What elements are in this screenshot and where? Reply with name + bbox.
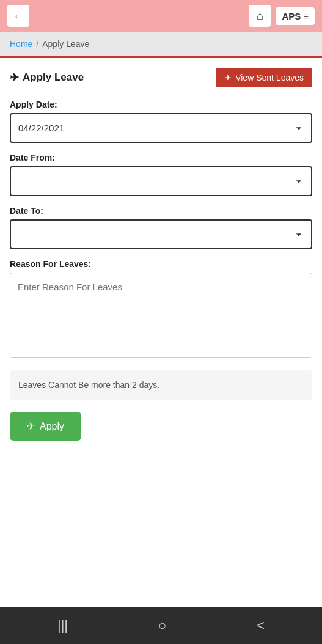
aps-menu-button[interactable]: APS ≡	[276, 7, 315, 25]
date-to-label: Date To:	[10, 206, 312, 216]
apply-date-label: Apply Date:	[10, 100, 312, 109]
breadcrumb-current: Apply Leave	[42, 39, 89, 49]
main-content: ✈ Apply Leave ✈ View Sent Leaves Apply D…	[0, 58, 322, 529]
view-sent-icon: ✈	[224, 73, 232, 82]
breadcrumb: Home / Apply Leave	[0, 32, 322, 56]
apply-date-select[interactable]: 04/22/2021	[10, 113, 312, 143]
page-title-text: Apply Leave	[23, 71, 84, 84]
date-to-select[interactable]	[10, 219, 312, 249]
apply-button[interactable]: ✈ Apply	[10, 412, 81, 441]
home-icon: ⌂	[257, 10, 263, 23]
page-header: ✈ Apply Leave ✈ View Sent Leaves	[10, 68, 312, 87]
reason-textarea[interactable]	[10, 273, 312, 358]
back-button[interactable]: ←	[7, 5, 29, 27]
bottom-nav-menu[interactable]: |||	[57, 618, 68, 634]
menu-icon: ≡	[303, 11, 309, 21]
breadcrumb-separator: /	[36, 39, 38, 49]
navbar-right: ⌂ APS ≡	[249, 5, 315, 27]
content-spacer	[0, 529, 322, 608]
date-to-group: Date To:	[10, 206, 312, 249]
apply-date-group: Apply Date: 04/22/2021	[10, 100, 312, 143]
info-box: Leaves Cannot Be more than 2 days.	[10, 370, 312, 400]
view-sent-label: View Sent Leaves	[235, 73, 304, 82]
reason-group: Reason For Leaves:	[10, 259, 312, 360]
date-from-select[interactable]	[10, 166, 312, 196]
back-icon: ←	[13, 10, 24, 23]
apply-button-label: Apply	[40, 421, 64, 432]
home-button[interactable]: ⌂	[249, 5, 271, 27]
reason-label: Reason For Leaves:	[10, 259, 312, 269]
apply-leave-icon: ✈	[10, 71, 19, 84]
view-sent-leaves-button[interactable]: ✈ View Sent Leaves	[216, 68, 312, 87]
bottom-nav-home[interactable]: ○	[158, 618, 166, 634]
date-from-label: Date From:	[10, 153, 312, 163]
page-title: ✈ Apply Leave	[10, 71, 84, 84]
info-message: Leaves Cannot Be more than 2 days.	[18, 380, 159, 390]
date-from-group: Date From:	[10, 153, 312, 196]
aps-label: APS	[282, 11, 301, 21]
navbar: ← ⌂ APS ≡	[0, 0, 322, 32]
apply-button-icon: ✈	[27, 420, 35, 432]
breadcrumb-home-link[interactable]: Home	[10, 39, 32, 49]
bottom-nav-back[interactable]: <	[257, 618, 265, 634]
bottom-nav: ||| ○ <	[0, 607, 322, 644]
